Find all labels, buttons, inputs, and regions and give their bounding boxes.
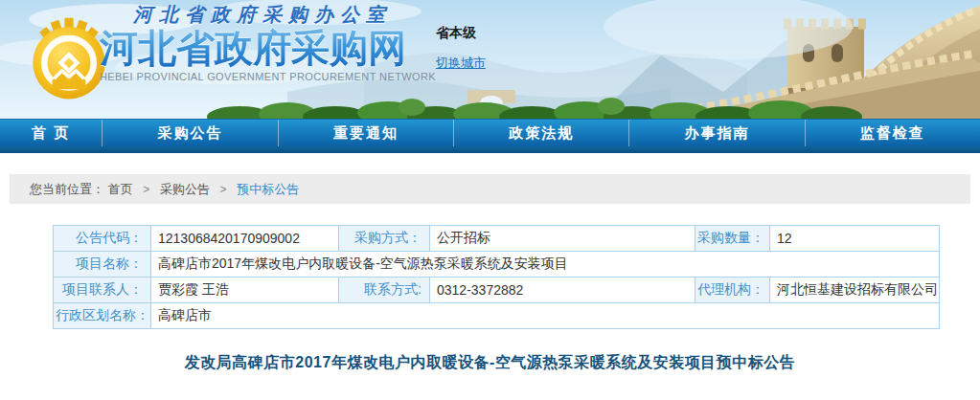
- nav-item-important-notices[interactable]: 重要通知: [278, 120, 453, 146]
- nav-item-home[interactable]: 首 页: [0, 120, 102, 146]
- district-value: 高碑店市: [151, 303, 940, 329]
- nav-item-service-guide[interactable]: 办事指南: [628, 120, 804, 146]
- contact-info-label: 联系方式:: [339, 278, 430, 303]
- purchase-method-label: 采购方式：: [339, 226, 430, 252]
- breadcrumb: 您当前位置： 首页 > 采购公告 > 预中标公告: [10, 174, 970, 204]
- breadcrumb-separator-icon: >: [220, 183, 227, 196]
- table-row-project-name: 项目名称： 高碑店市2017年煤改电户内取暖设备-空气源热泵采暖系统及安装项目: [54, 252, 940, 278]
- project-contact-label: 项目联系人：: [54, 278, 151, 303]
- site-subtitle-english: HEBEI PROVINCIAL GOVERNMENT PROCUREMENT …: [100, 71, 425, 82]
- purchase-quantity-value: 12: [770, 226, 940, 252]
- announcement-info-table: 公告代码： 1213068420170909002 采购方式： 公开招标 采购数…: [53, 225, 980, 329]
- project-contact-value: 贾彩霞 王浩: [151, 278, 339, 303]
- purchase-quantity-label: 采购数量：: [695, 226, 770, 252]
- breadcrumb-home-link[interactable]: 首页: [108, 182, 133, 196]
- district-label: 行政区划名称：: [54, 303, 151, 329]
- project-name-label: 项目名称：: [54, 252, 151, 278]
- site-brand: 河北省政府采购办公室 河北省政府采购网 HEBEI PROVINCIAL GOV…: [100, 2, 425, 82]
- agency-value: 河北恒基建设招标有限公司: [770, 278, 940, 303]
- nav-item-policies-regulations[interactable]: 政策法规: [453, 120, 628, 146]
- region-box: 省本级 切换城市: [436, 25, 486, 72]
- table-row-code-method-quantity: 公告代码： 1213068420170909002 采购方式： 公开招标 采购数…: [54, 226, 940, 252]
- table-row-contacts-agency: 项目联系人： 贾彩霞 王浩 联系方式: 0312-3372882 代理机构： 河…: [54, 278, 940, 303]
- purchase-method-value: 公开招标: [430, 226, 695, 252]
- switch-city-link[interactable]: 切换城市: [436, 55, 486, 72]
- announcement-code-label: 公告代码：: [54, 226, 151, 252]
- table-row-district: 行政区划名称： 高碑店市: [54, 303, 940, 329]
- office-title: 河北省政府采购办公室: [100, 2, 425, 28]
- main-nav: 首 页 采购公告 重要通知 政策法规 办事指南 监督检查: [0, 119, 980, 146]
- breadcrumb-prefix: 您当前位置：: [30, 182, 104, 196]
- site-header: 河北省政府采购办公室 河北省政府采购网 HEBEI PROVINCIAL GOV…: [0, 0, 980, 119]
- agency-label: 代理机构：: [695, 278, 770, 303]
- contact-info-value: 0312-3372882: [430, 278, 695, 303]
- nav-item-procurement-announcements[interactable]: 采购公告: [102, 120, 277, 146]
- nav-bottom-strip: [0, 146, 980, 153]
- breadcrumb-section-link[interactable]: 采购公告: [160, 182, 210, 196]
- region-level-label: 省本级: [436, 25, 486, 42]
- breadcrumb-current-page[interactable]: 预中标公告: [237, 182, 299, 196]
- project-name-value: 高碑店市2017年煤改电户内取暖设备-空气源热泵采暖系统及安装项目: [151, 252, 940, 278]
- breadcrumb-separator-icon: >: [143, 183, 149, 196]
- nav-item-supervision-inspection[interactable]: 监督检查: [805, 120, 980, 146]
- site-title: 河北省政府采购网: [100, 28, 425, 68]
- announcement-code-value: 1213068420170909002: [151, 226, 339, 252]
- announcement-page-title: 发改局高碑店市2017年煤改电户内取暖设备-空气源热泵采暖系统及安装项目预中标公…: [0, 353, 980, 373]
